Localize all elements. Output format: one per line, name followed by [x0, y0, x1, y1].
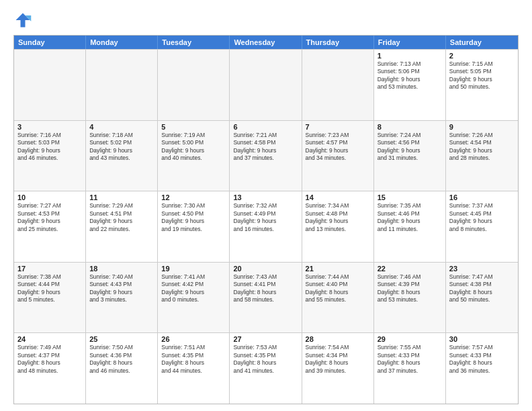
day-cell-16: 16Sunrise: 7:37 AM Sunset: 4:45 PM Dayli… [446, 191, 518, 262]
day-cell-30: 30Sunrise: 7:57 AM Sunset: 4:33 PM Dayli… [446, 333, 518, 404]
day-number-21: 21 [306, 265, 370, 273]
logo-icon [13, 11, 32, 30]
day-number-27: 27 [233, 335, 298, 343]
day-info-5: Sunrise: 7:19 AM Sunset: 5:00 PM Dayligh… [161, 132, 226, 163]
day-cell-1: 1Sunrise: 7:13 AM Sunset: 5:06 PM Daylig… [374, 50, 446, 120]
weekday-header-sunday: Sunday [14, 36, 86, 49]
day-cell-28: 28Sunrise: 7:54 AM Sunset: 4:34 PM Dayli… [302, 333, 374, 404]
day-number-30: 30 [449, 335, 515, 343]
day-number-6: 6 [233, 123, 298, 131]
day-number-28: 28 [306, 335, 370, 343]
day-cell-3: 3Sunrise: 7:16 AM Sunset: 5:03 PM Daylig… [14, 121, 86, 191]
day-number-13: 13 [233, 193, 298, 201]
day-cell-2: 2Sunrise: 7:15 AM Sunset: 5:05 PM Daylig… [446, 50, 518, 120]
day-info-15: Sunrise: 7:35 AM Sunset: 4:46 PM Dayligh… [378, 202, 442, 233]
day-info-17: Sunrise: 7:38 AM Sunset: 4:44 PM Dayligh… [17, 273, 82, 304]
day-number-29: 29 [378, 335, 442, 343]
day-info-12: Sunrise: 7:30 AM Sunset: 4:50 PM Dayligh… [161, 202, 226, 233]
day-cell-5: 5Sunrise: 7:19 AM Sunset: 5:00 PM Daylig… [158, 121, 230, 191]
calendar: SundayMondayTuesdayWednesdayThursdayFrid… [13, 35, 519, 404]
day-info-13: Sunrise: 7:32 AM Sunset: 4:49 PM Dayligh… [233, 202, 298, 233]
day-info-29: Sunrise: 7:55 AM Sunset: 4:33 PM Dayligh… [378, 344, 442, 375]
day-cell-23: 23Sunrise: 7:47 AM Sunset: 4:38 PM Dayli… [446, 263, 518, 333]
day-info-16: Sunrise: 7:37 AM Sunset: 4:45 PM Dayligh… [449, 202, 515, 233]
day-number-8: 8 [378, 123, 442, 131]
day-cell-13: 13Sunrise: 7:32 AM Sunset: 4:49 PM Dayli… [230, 191, 302, 262]
day-number-14: 14 [306, 193, 370, 201]
day-info-9: Sunrise: 7:26 AM Sunset: 4:54 PM Dayligh… [449, 132, 515, 163]
page: SundayMondayTuesdayWednesdayThursdayFrid… [0, 0, 532, 411]
day-info-24: Sunrise: 7:49 AM Sunset: 4:37 PM Dayligh… [17, 344, 82, 375]
day-cell-20: 20Sunrise: 7:43 AM Sunset: 4:41 PM Dayli… [230, 263, 302, 333]
day-info-30: Sunrise: 7:57 AM Sunset: 4:33 PM Dayligh… [449, 344, 515, 375]
empty-cell-0-0 [14, 50, 86, 120]
empty-cell-0-2 [158, 50, 230, 120]
day-info-22: Sunrise: 7:46 AM Sunset: 4:39 PM Dayligh… [378, 273, 442, 304]
day-cell-6: 6Sunrise: 7:21 AM Sunset: 4:58 PM Daylig… [230, 121, 302, 191]
day-number-10: 10 [17, 193, 82, 201]
day-info-7: Sunrise: 7:23 AM Sunset: 4:57 PM Dayligh… [306, 132, 370, 163]
empty-cell-0-1 [86, 50, 158, 120]
day-info-10: Sunrise: 7:27 AM Sunset: 4:53 PM Dayligh… [17, 202, 82, 233]
day-info-14: Sunrise: 7:34 AM Sunset: 4:48 PM Dayligh… [306, 202, 370, 233]
day-number-19: 19 [161, 265, 226, 273]
header [13, 11, 519, 30]
day-info-6: Sunrise: 7:21 AM Sunset: 4:58 PM Dayligh… [233, 132, 298, 163]
day-info-28: Sunrise: 7:54 AM Sunset: 4:34 PM Dayligh… [306, 344, 370, 375]
day-cell-19: 19Sunrise: 7:41 AM Sunset: 4:42 PM Dayli… [158, 263, 230, 333]
day-cell-10: 10Sunrise: 7:27 AM Sunset: 4:53 PM Dayli… [14, 191, 86, 262]
day-number-22: 22 [378, 265, 442, 273]
day-number-16: 16 [449, 193, 515, 201]
day-number-26: 26 [161, 335, 226, 343]
calendar-row-1: 3Sunrise: 7:16 AM Sunset: 5:03 PM Daylig… [14, 120, 518, 191]
day-number-17: 17 [17, 265, 82, 273]
day-info-4: Sunrise: 7:18 AM Sunset: 5:02 PM Dayligh… [89, 132, 154, 163]
calendar-row-3: 17Sunrise: 7:38 AM Sunset: 4:44 PM Dayli… [14, 262, 518, 333]
day-cell-17: 17Sunrise: 7:38 AM Sunset: 4:44 PM Dayli… [14, 263, 86, 333]
empty-cell-0-4 [302, 50, 374, 120]
weekday-header-tuesday: Tuesday [158, 36, 230, 49]
day-cell-14: 14Sunrise: 7:34 AM Sunset: 4:48 PM Dayli… [302, 191, 374, 262]
day-cell-8: 8Sunrise: 7:24 AM Sunset: 4:56 PM Daylig… [374, 121, 446, 191]
calendar-body: 1Sunrise: 7:13 AM Sunset: 5:06 PM Daylig… [14, 49, 518, 404]
day-number-20: 20 [233, 265, 298, 273]
day-cell-9: 9Sunrise: 7:26 AM Sunset: 4:54 PM Daylig… [446, 121, 518, 191]
empty-cell-0-3 [230, 50, 302, 120]
day-info-25: Sunrise: 7:50 AM Sunset: 4:36 PM Dayligh… [89, 344, 154, 375]
day-info-18: Sunrise: 7:40 AM Sunset: 4:43 PM Dayligh… [89, 273, 154, 304]
calendar-header: SundayMondayTuesdayWednesdayThursdayFrid… [14, 36, 518, 49]
weekday-header-friday: Friday [374, 36, 446, 49]
day-cell-21: 21Sunrise: 7:44 AM Sunset: 4:40 PM Dayli… [302, 263, 374, 333]
weekday-header-wednesday: Wednesday [230, 36, 302, 49]
weekday-header-saturday: Saturday [446, 36, 518, 49]
day-cell-25: 25Sunrise: 7:50 AM Sunset: 4:36 PM Dayli… [86, 333, 158, 404]
day-cell-24: 24Sunrise: 7:49 AM Sunset: 4:37 PM Dayli… [14, 333, 86, 404]
day-info-20: Sunrise: 7:43 AM Sunset: 4:41 PM Dayligh… [233, 273, 298, 304]
day-info-19: Sunrise: 7:41 AM Sunset: 4:42 PM Dayligh… [161, 273, 226, 304]
day-cell-27: 27Sunrise: 7:53 AM Sunset: 4:35 PM Dayli… [230, 333, 302, 404]
day-info-11: Sunrise: 7:29 AM Sunset: 4:51 PM Dayligh… [89, 202, 154, 233]
day-info-23: Sunrise: 7:47 AM Sunset: 4:38 PM Dayligh… [449, 273, 515, 304]
day-info-1: Sunrise: 7:13 AM Sunset: 5:06 PM Dayligh… [378, 60, 442, 91]
day-cell-11: 11Sunrise: 7:29 AM Sunset: 4:51 PM Dayli… [86, 191, 158, 262]
calendar-row-2: 10Sunrise: 7:27 AM Sunset: 4:53 PM Dayli… [14, 191, 518, 262]
weekday-header-monday: Monday [86, 36, 158, 49]
day-cell-12: 12Sunrise: 7:30 AM Sunset: 4:50 PM Dayli… [158, 191, 230, 262]
day-cell-15: 15Sunrise: 7:35 AM Sunset: 4:46 PM Dayli… [374, 191, 446, 262]
day-info-27: Sunrise: 7:53 AM Sunset: 4:35 PM Dayligh… [233, 344, 298, 375]
day-number-9: 9 [449, 123, 515, 131]
day-number-18: 18 [89, 265, 154, 273]
calendar-row-4: 24Sunrise: 7:49 AM Sunset: 4:37 PM Dayli… [14, 332, 518, 404]
weekday-header-thursday: Thursday [302, 36, 374, 49]
day-number-15: 15 [378, 193, 442, 201]
day-cell-18: 18Sunrise: 7:40 AM Sunset: 4:43 PM Dayli… [86, 263, 158, 333]
day-number-23: 23 [449, 265, 515, 273]
day-number-3: 3 [17, 123, 82, 131]
day-info-2: Sunrise: 7:15 AM Sunset: 5:05 PM Dayligh… [449, 60, 515, 91]
calendar-row-0: 1Sunrise: 7:13 AM Sunset: 5:06 PM Daylig… [14, 49, 518, 120]
day-number-2: 2 [449, 52, 515, 60]
day-number-7: 7 [306, 123, 370, 131]
day-cell-22: 22Sunrise: 7:46 AM Sunset: 4:39 PM Dayli… [374, 263, 446, 333]
logo [13, 11, 35, 30]
day-cell-26: 26Sunrise: 7:51 AM Sunset: 4:35 PM Dayli… [158, 333, 230, 404]
